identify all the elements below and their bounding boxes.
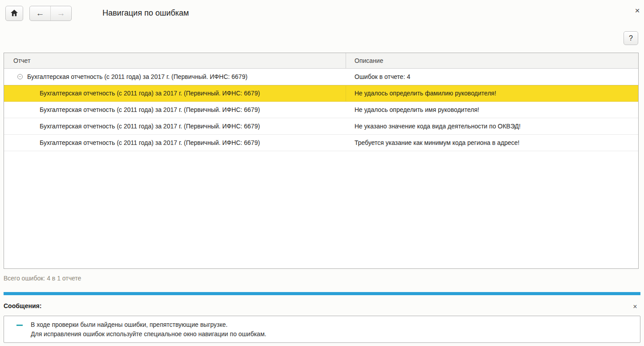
report-label: Бухгалтерская отчетность (с 2011 года) з…	[40, 106, 260, 113]
back-button[interactable]: ←	[30, 6, 51, 21]
table-row-error[interactable]: Бухгалтерская отчетность (с 2011 года) з…	[4, 135, 638, 151]
report-cell: Бухгалтерская отчетность (с 2011 года) з…	[4, 85, 346, 101]
error-table: Отчет Описание − Бухгалтерская отчетност…	[4, 53, 639, 269]
status-summary: Всего ошибок: 4 в 1 отчете	[4, 275, 81, 282]
report-label: Бухгалтерская отчетность (с 2011 года) з…	[40, 90, 260, 97]
report-cell: Бухгалтерская отчетность (с 2011 года) з…	[4, 135, 346, 151]
table-row-report-group[interactable]: − Бухгалтерская отчетность (с 2011 года)…	[4, 69, 638, 85]
back-arrow-icon: ←	[36, 8, 45, 18]
message-bullet-dash-icon	[16, 325, 23, 326]
report-label: Бухгалтерская отчетность (с 2011 года) з…	[40, 139, 260, 146]
description-cell: Не удалось определить фамилию руководите…	[346, 85, 638, 101]
home-icon	[10, 9, 18, 18]
report-cell: Бухгалтерская отчетность (с 2011 года) з…	[4, 102, 346, 118]
page-title: Навигация по ошибкам	[102, 8, 189, 18]
panel-splitter-handle[interactable]	[4, 292, 640, 295]
table-row-error[interactable]: Бухгалтерская отчетность (с 2011 года) з…	[4, 102, 638, 118]
column-header-description[interactable]: Описание	[346, 53, 638, 68]
column-header-report[interactable]: Отчет	[4, 53, 346, 68]
table-row-error-selected[interactable]: Бухгалтерская отчетность (с 2011 года) з…	[4, 85, 638, 102]
home-button[interactable]	[5, 6, 23, 21]
report-cell: Бухгалтерская отчетность (с 2011 года) з…	[4, 118, 346, 134]
description-cell: Требуется указание как минимум кода реги…	[346, 135, 638, 151]
messages-close-icon[interactable]: ×	[631, 302, 640, 311]
report-cell: − Бухгалтерская отчетность (с 2011 года)…	[4, 69, 346, 85]
messages-panel: В ходе проверки были найдены ошибки, пре…	[4, 316, 640, 343]
message-list-item[interactable]: В ходе проверки были найдены ошибки, пре…	[4, 316, 640, 342]
message-line: Для исправления ошибок используйте специ…	[31, 330, 266, 339]
message-line: В ходе проверки были найдены ошибки, пре…	[31, 320, 266, 330]
help-button[interactable]: ?	[624, 31, 638, 45]
table-row-error[interactable]: Бухгалтерская отчетность (с 2011 года) з…	[4, 118, 638, 135]
description-cell: Не удалось определить имя руководителя!	[346, 102, 638, 118]
message-text: В ходе проверки были найдены ошибки, пре…	[31, 320, 266, 339]
table-empty-area	[4, 151, 638, 268]
close-icon[interactable]: ×	[632, 6, 642, 16]
history-nav-group: ← →	[29, 6, 72, 21]
forward-button[interactable]: →	[51, 6, 71, 21]
collapse-icon[interactable]: −	[17, 74, 23, 79]
messages-panel-title: Сообщения:	[4, 302, 41, 309]
description-cell: Не указано значение кода вида деятельнос…	[346, 118, 638, 134]
report-label: Бухгалтерская отчетность (с 2011 года) з…	[40, 123, 260, 130]
description-cell: Ошибок в отчете: 4	[346, 69, 638, 85]
error-navigation-window: ← → Навигация по ошибкам × ? Отчет Описа…	[0, 0, 644, 346]
report-label: Бухгалтерская отчетность (с 2011 года) з…	[27, 73, 248, 80]
table-header-row: Отчет Описание	[4, 53, 638, 69]
forward-arrow-icon: →	[57, 8, 65, 18]
